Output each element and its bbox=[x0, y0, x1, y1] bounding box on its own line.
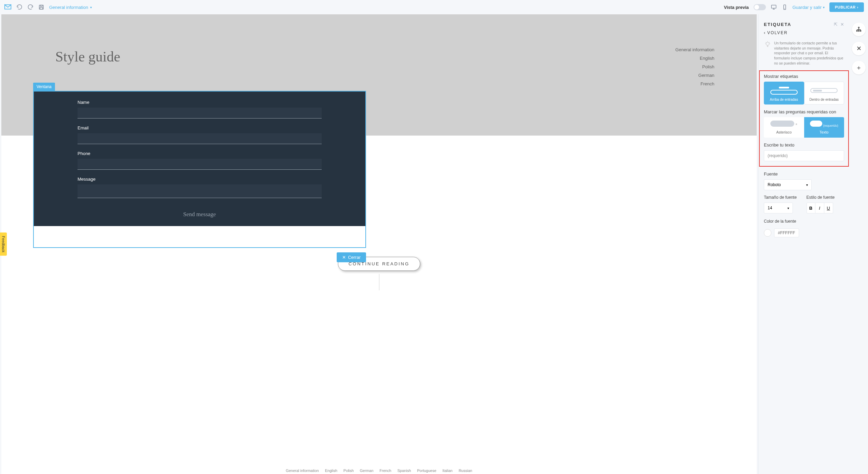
chevron-down-icon: ▾ bbox=[823, 5, 825, 9]
italic-button[interactable]: I bbox=[815, 203, 824, 213]
font-color-row: #FFFFFF bbox=[764, 228, 844, 237]
vertical-divider bbox=[379, 274, 379, 290]
estilo-label: Estilo de fuente bbox=[807, 195, 844, 200]
svg-line-15 bbox=[769, 42, 769, 43]
chevron-right-icon: › bbox=[857, 5, 858, 9]
top-toolbar: General information ▾ Vista previa Guard… bbox=[0, 0, 868, 14]
footer-link: Spanish bbox=[397, 469, 411, 473]
mobile-icon[interactable] bbox=[782, 4, 788, 10]
footer-link: Italian bbox=[443, 469, 452, 473]
opt-arriba-label: Arriba de entradas bbox=[767, 98, 801, 101]
font-size-dropdown[interactable]: 14 ▾ bbox=[764, 203, 793, 213]
font-family-dropdown[interactable]: Roboto ▾ bbox=[764, 179, 812, 190]
font-style-buttons: B I U bbox=[807, 203, 844, 213]
footer-link: English bbox=[325, 469, 337, 473]
option-dentro[interactable]: Dentro de entradas bbox=[804, 82, 844, 104]
structure-icon[interactable] bbox=[852, 23, 866, 36]
panel-actions: ⇱ ✕ bbox=[834, 22, 844, 27]
opt-asterisco-label: Asterisco bbox=[767, 130, 801, 134]
font-value: Roboto bbox=[768, 182, 781, 187]
send-message-button[interactable]: Send message bbox=[78, 205, 322, 218]
close-label: Cerrar bbox=[348, 255, 361, 260]
form-group-message: Message bbox=[78, 177, 322, 198]
color-swatch[interactable] bbox=[764, 229, 771, 237]
panel-header: ETIQUETA ⇱ ✕ bbox=[758, 14, 850, 30]
panel-title: ETIQUETA bbox=[764, 22, 792, 27]
fuente-title: Fuente bbox=[764, 171, 844, 177]
preview-label: Vista previa bbox=[724, 5, 749, 10]
highlighted-section: Mostrar etiquetas Arriba de entradas Den… bbox=[759, 70, 849, 167]
option-asterisco[interactable]: * Asterisco bbox=[764, 117, 804, 138]
required-text-input[interactable] bbox=[764, 150, 844, 161]
close-icon[interactable]: ✕ bbox=[852, 42, 866, 55]
name-input[interactable] bbox=[78, 108, 322, 118]
canvas-wrap: Style guide General information English … bbox=[0, 14, 758, 474]
main-area: Style guide General information English … bbox=[0, 14, 868, 474]
undo-icon[interactable] bbox=[16, 4, 23, 10]
marcar-title: Marcar las preguntas requeridas con bbox=[764, 109, 844, 114]
close-popup-button[interactable]: ✕ Cerrar bbox=[337, 252, 366, 262]
add-icon[interactable]: ＋ bbox=[852, 61, 866, 74]
canvas: Style guide General information English … bbox=[1, 14, 757, 474]
mostrar-etiquetas-title: Mostrar etiquetas bbox=[764, 74, 844, 79]
footer-link: Portuguese bbox=[417, 469, 436, 473]
size-value: 14 bbox=[768, 206, 772, 210]
right-tools: ✕ ＋ bbox=[850, 14, 868, 474]
footer-link: German bbox=[360, 469, 374, 473]
save-exit-link[interactable]: Guardar y salir ▾ bbox=[793, 5, 825, 10]
svg-point-18 bbox=[858, 30, 859, 31]
required-marker-options: * Asterisco (requerido) Texto bbox=[764, 117, 844, 138]
svg-rect-3 bbox=[771, 5, 776, 8]
publish-button[interactable]: PUBLICAR › bbox=[829, 2, 864, 12]
close-icon: ✕ bbox=[342, 255, 346, 260]
preview-toggle[interactable] bbox=[754, 4, 766, 10]
redo-icon[interactable] bbox=[27, 4, 33, 10]
message-input[interactable] bbox=[78, 184, 322, 198]
label-position-options: Arriba de entradas Dentro de entradas bbox=[764, 82, 844, 104]
popup-window[interactable]: Ventana Name Email Phone bbox=[33, 83, 366, 248]
logo-icon[interactable] bbox=[4, 4, 12, 10]
form-group-email: Email bbox=[78, 125, 322, 144]
back-link[interactable]: ‹ VOLVER bbox=[758, 30, 850, 38]
option-texto[interactable]: (requerido) Texto bbox=[804, 117, 844, 138]
close-icon[interactable]: ✕ bbox=[840, 22, 844, 27]
svg-point-16 bbox=[858, 27, 859, 28]
svg-point-17 bbox=[856, 30, 857, 31]
toolbar-left: General information ▾ bbox=[4, 4, 92, 10]
footer-link: French bbox=[380, 469, 391, 473]
footer-link: Polish bbox=[344, 469, 354, 473]
tip-box: Un formulario de contacto permite a tus … bbox=[758, 38, 850, 70]
email-label: Email bbox=[78, 125, 322, 130]
email-input[interactable] bbox=[78, 133, 322, 144]
popup-spacer bbox=[34, 226, 365, 247]
properties-panel: ETIQUETA ⇱ ✕ ‹ VOLVER Un formulario de c… bbox=[758, 14, 850, 474]
option-arriba[interactable]: Arriba de entradas bbox=[764, 82, 804, 104]
phone-input[interactable] bbox=[78, 159, 322, 170]
pin-icon[interactable]: ⇱ bbox=[834, 22, 838, 27]
chevron-left-icon: ‹ bbox=[764, 30, 766, 35]
color-value[interactable]: #FFFFFF bbox=[774, 228, 799, 237]
svg-line-14 bbox=[766, 42, 766, 43]
svg-rect-1 bbox=[40, 5, 42, 6]
opt-dentro-label: Dentro de entradas bbox=[807, 98, 841, 101]
bold-button[interactable]: B bbox=[807, 203, 815, 213]
footer-link: Russian bbox=[459, 469, 472, 473]
opt-texto-label: Texto bbox=[808, 130, 841, 134]
feedback-tab[interactable]: Feedback bbox=[0, 233, 7, 256]
toolbar-right: Vista previa Guardar y salir ▾ PUBLICAR … bbox=[724, 2, 864, 12]
chevron-down-icon: ▾ bbox=[806, 183, 808, 187]
footer-links: General information English Polish Germa… bbox=[286, 469, 472, 473]
back-label: VOLVER bbox=[767, 30, 788, 35]
location-dropdown[interactable]: General information ▾ bbox=[49, 5, 92, 10]
publish-label: PUBLICAR bbox=[835, 5, 856, 9]
save-icon[interactable] bbox=[38, 4, 44, 10]
font-section: Fuente Roboto ▾ Tamaño de fuente 14 ▾ Es… bbox=[758, 167, 850, 242]
tip-text: Un formulario de contacto permite a tus … bbox=[774, 41, 844, 66]
underline-button[interactable]: U bbox=[824, 203, 833, 213]
popup-tag: Ventana bbox=[33, 83, 55, 91]
svg-rect-2 bbox=[40, 8, 43, 9]
chevron-down-icon: ▾ bbox=[90, 5, 92, 9]
desktop-icon[interactable] bbox=[771, 4, 777, 10]
contact-form: Name Email Phone Message bbox=[34, 92, 365, 226]
message-label: Message bbox=[78, 177, 322, 182]
